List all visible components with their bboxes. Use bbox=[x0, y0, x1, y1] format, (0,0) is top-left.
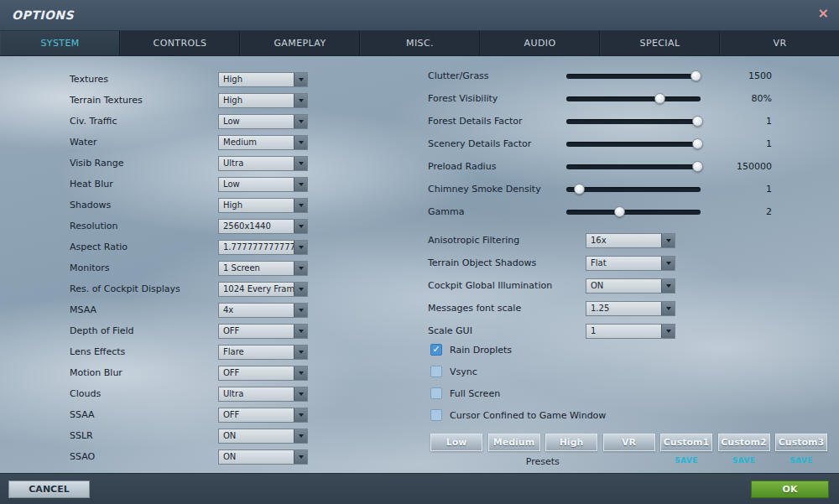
slider-thumb[interactable] bbox=[614, 206, 625, 217]
chevron-down-icon[interactable] bbox=[294, 178, 307, 191]
dropdown[interactable]: 4x bbox=[218, 303, 308, 318]
dropdown[interactable]: 2560x1440 bbox=[218, 219, 308, 234]
chevron-down-icon[interactable] bbox=[294, 366, 307, 380]
chevron-down-icon[interactable] bbox=[294, 94, 307, 107]
dropdown[interactable]: 1 Screen bbox=[218, 261, 308, 276]
chevron-down-icon[interactable] bbox=[294, 304, 307, 317]
preset-button[interactable]: Custom3 bbox=[775, 434, 827, 451]
dropdown[interactable]: Ultra bbox=[218, 156, 308, 171]
dropdown[interactable]: High bbox=[218, 72, 308, 87]
slider[interactable] bbox=[566, 184, 701, 195]
checkbox[interactable] bbox=[430, 387, 442, 399]
dropdown[interactable]: Flare bbox=[218, 345, 308, 360]
dropdown[interactable]: OFF bbox=[218, 366, 308, 381]
slider[interactable] bbox=[566, 116, 701, 127]
chevron-down-icon[interactable] bbox=[294, 241, 307, 254]
tab[interactable]: SYSTEM bbox=[0, 31, 120, 55]
slider-track[interactable] bbox=[566, 164, 701, 169]
tab[interactable]: SPECIAL bbox=[600, 31, 720, 55]
dropdown[interactable]: 1.7777777777778 bbox=[218, 240, 308, 255]
dropdown[interactable]: Low bbox=[218, 114, 308, 129]
slider-thumb[interactable] bbox=[692, 138, 703, 149]
chevron-down-icon[interactable] bbox=[294, 115, 307, 128]
slider-thumb[interactable] bbox=[654, 93, 665, 104]
dropdown[interactable]: 1 bbox=[586, 324, 675, 339]
save-custom3-link[interactable]: SAVE bbox=[775, 456, 827, 467]
chevron-down-icon[interactable] bbox=[661, 257, 675, 270]
preset-button[interactable]: VR bbox=[603, 434, 655, 451]
tab[interactable]: MISC. bbox=[360, 31, 480, 55]
ok-button[interactable]: OK bbox=[751, 481, 829, 498]
slider-thumb[interactable] bbox=[692, 161, 703, 172]
dropdown[interactable]: OFF bbox=[218, 324, 308, 339]
slider-track[interactable] bbox=[566, 187, 701, 192]
dropdown[interactable]: Ultra bbox=[218, 387, 308, 402]
setting-row: Terrain Textures High bbox=[70, 90, 321, 111]
save-custom2-link[interactable]: SAVE bbox=[718, 456, 770, 467]
slider-thumb[interactable] bbox=[574, 184, 585, 195]
chevron-down-icon[interactable] bbox=[294, 136, 307, 149]
chevron-down-icon[interactable] bbox=[294, 157, 307, 170]
chevron-down-icon[interactable] bbox=[294, 408, 307, 422]
dropdown[interactable]: 1024 Every Frame bbox=[218, 282, 308, 297]
checkbox-row[interactable]: Vsync bbox=[430, 361, 828, 382]
slider[interactable] bbox=[566, 138, 701, 150]
preset-button[interactable]: Medium bbox=[488, 434, 540, 451]
slider[interactable] bbox=[566, 70, 701, 82]
chevron-down-icon[interactable] bbox=[294, 220, 307, 233]
dropdown[interactable]: Medium bbox=[218, 135, 308, 150]
slider-track[interactable] bbox=[566, 142, 701, 147]
dropdown[interactable]: Flat bbox=[586, 256, 675, 271]
preset-button[interactable]: Low bbox=[430, 434, 482, 451]
slider[interactable] bbox=[566, 206, 701, 218]
slider[interactable] bbox=[566, 93, 701, 105]
preset-button[interactable]: High bbox=[545, 434, 597, 451]
chevron-down-icon[interactable] bbox=[661, 279, 675, 293]
dropdown[interactable]: ON bbox=[586, 278, 675, 294]
slider-track[interactable] bbox=[566, 96, 701, 101]
chevron-down-icon[interactable] bbox=[661, 325, 675, 338]
setting-label: Heat Blur bbox=[70, 179, 218, 190]
dropdown[interactable]: ON bbox=[218, 429, 308, 444]
checkbox[interactable] bbox=[430, 344, 442, 356]
dropdown[interactable]: OFF bbox=[218, 408, 308, 423]
preset-button[interactable]: Custom1 bbox=[660, 434, 712, 451]
checkbox-row[interactable]: Cursor Confined to Game Window bbox=[430, 404, 828, 426]
checkbox[interactable] bbox=[430, 409, 442, 421]
chevron-down-icon[interactable] bbox=[294, 387, 307, 401]
slider[interactable] bbox=[566, 161, 701, 173]
chevron-down-icon[interactable] bbox=[294, 429, 307, 443]
close-icon[interactable]: × bbox=[818, 7, 829, 20]
checkbox[interactable] bbox=[430, 366, 442, 377]
tab[interactable]: AUDIO bbox=[480, 31, 600, 55]
slider-thumb[interactable] bbox=[690, 70, 701, 81]
tab[interactable]: VR bbox=[720, 31, 839, 55]
dropdown[interactable]: ON bbox=[218, 449, 308, 465]
slider-track[interactable] bbox=[566, 74, 701, 79]
slider-thumb[interactable] bbox=[692, 116, 703, 127]
dropdown[interactable]: High bbox=[218, 198, 308, 213]
cancel-button[interactable]: CANCEL bbox=[8, 481, 90, 498]
dropdown[interactable]: 1.25 bbox=[586, 301, 675, 316]
chevron-down-icon[interactable] bbox=[294, 199, 307, 212]
dropdown[interactable]: Low bbox=[218, 177, 308, 192]
tab[interactable]: CONTROLS bbox=[120, 31, 240, 55]
chevron-down-icon[interactable] bbox=[294, 450, 307, 464]
chevron-down-icon[interactable] bbox=[294, 73, 307, 86]
chevron-down-icon[interactable] bbox=[661, 302, 675, 315]
checkbox-row[interactable]: Full Screen bbox=[430, 382, 828, 404]
chevron-down-icon[interactable] bbox=[294, 283, 307, 296]
chevron-down-icon[interactable] bbox=[294, 262, 307, 275]
slider-track[interactable] bbox=[566, 210, 701, 215]
save-custom1-link[interactable]: SAVE bbox=[660, 456, 712, 467]
chevron-down-icon[interactable] bbox=[661, 234, 675, 247]
slider-track[interactable] bbox=[566, 119, 701, 124]
checkbox-label: Rain Droplets bbox=[450, 345, 512, 356]
preset-button[interactable]: Custom2 bbox=[718, 434, 770, 451]
dropdown[interactable]: 16x bbox=[586, 233, 675, 248]
checkbox-row[interactable]: Rain Droplets bbox=[430, 339, 828, 361]
tab[interactable]: GAMEPLAY bbox=[240, 31, 360, 55]
chevron-down-icon[interactable] bbox=[294, 325, 307, 338]
chevron-down-icon[interactable] bbox=[294, 346, 307, 359]
dropdown[interactable]: High bbox=[218, 93, 308, 108]
